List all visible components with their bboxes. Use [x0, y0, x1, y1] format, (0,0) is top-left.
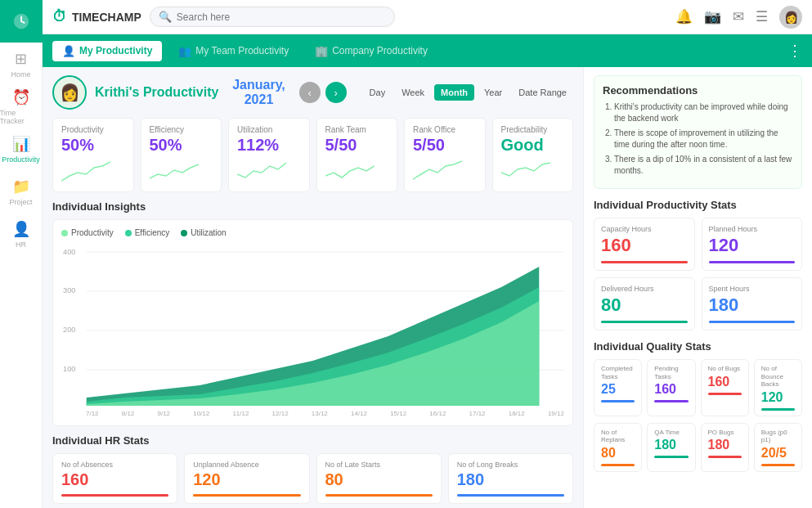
- sidebar-item-project[interactable]: 📁 Project: [0, 170, 43, 213]
- sidebar-item-time-tracker[interactable]: ⏰ Time Tracker: [0, 85, 43, 128]
- hr-unplanned-label: Unplanned Absence: [193, 461, 300, 469]
- svg-text:200: 200: [63, 326, 75, 334]
- productivity-icon: 📊: [12, 135, 30, 153]
- stat-productivity-label: Productivity: [61, 125, 125, 134]
- quality-bugs: No of Bugs 160: [701, 359, 749, 416]
- quality-po-bugs-value: 180: [708, 438, 742, 452]
- tab-team-productivity[interactable]: 👥 My Team Productivity: [168, 41, 298, 61]
- svg-text:300: 300: [63, 286, 75, 294]
- sidebar-item-home[interactable]: ⊞ Home: [0, 43, 43, 85]
- productivity-sparkline: [61, 158, 110, 182]
- hr-long-breaks-label: No of Long Breaks: [457, 461, 564, 469]
- quality-completed-bar: [601, 400, 635, 402]
- tab-team-productivity-icon: 👥: [178, 45, 191, 57]
- camera-icon[interactable]: 📷: [704, 8, 721, 25]
- prod-stat-planned: Planned Hours 120: [702, 218, 803, 271]
- legend-productivity-dot: [61, 230, 68, 236]
- stat-utilization: Utilization 112%: [228, 118, 310, 192]
- stat-efficiency-label: Efficiency: [150, 125, 213, 134]
- avatar[interactable]: 👩: [779, 6, 802, 29]
- legend-utilization-dot: [181, 230, 187, 236]
- hr-late-starts-bar: [325, 494, 433, 497]
- home-icon: ⊞: [15, 50, 27, 68]
- quality-completed-value: 25: [601, 382, 635, 397]
- search-icon: 🔍: [159, 11, 172, 23]
- quality-bugs-label: No of Bugs: [708, 365, 742, 373]
- hr-stat-long-breaks: No of Long Breaks 180: [448, 453, 573, 504]
- profile-name: Krithi's Productivity: [95, 85, 218, 100]
- stat-rank-office-label: Rank Office: [413, 125, 477, 134]
- notification-icon[interactable]: 🔔: [675, 8, 693, 25]
- date-tab-week[interactable]: Week: [395, 84, 431, 101]
- next-month-button[interactable]: ›: [325, 82, 347, 103]
- sidebar-label-productivity: Productivity: [2, 155, 40, 164]
- tab-company-productivity-icon: 🏢: [315, 45, 328, 57]
- search-input[interactable]: [177, 11, 386, 23]
- quality-replans-label: No of Replans: [601, 429, 635, 444]
- x-axis-labels: 7/128/129/1210/12 11/1212/1213/1214/12 1…: [61, 408, 564, 417]
- hr-absences-value: 160: [61, 470, 168, 489]
- search-box[interactable]: 🔍: [150, 7, 395, 27]
- prod-stats-title: Individual Productivity Stats: [594, 199, 802, 211]
- sidebar-item-hr[interactable]: 👤 HR: [0, 213, 43, 255]
- hr-long-breaks-bar: [457, 494, 564, 497]
- hr-absences-bar: [61, 494, 168, 497]
- quality-po-bugs-label: PO Bugs: [708, 429, 742, 437]
- hr-long-breaks-value: 180: [457, 470, 564, 489]
- svg-text:100: 100: [63, 365, 75, 373]
- efficiency-sparkline: [150, 158, 199, 182]
- insights-chart: Productivity Efficiency Utilization 400 …: [52, 219, 573, 426]
- stat-rank-team: Rank Team 5/50: [316, 118, 398, 192]
- tabbar-more-icon[interactable]: ⋮: [787, 42, 802, 60]
- chart-legend: Productivity Efficiency Utilization: [61, 228, 564, 237]
- tab-my-productivity[interactable]: 👤 My Productivity: [52, 41, 162, 61]
- hr-stats-title: Individual HR Stats: [52, 434, 573, 447]
- quality-bugs-p0-label: Bugs (p0 p1): [761, 429, 795, 444]
- sidebar-label-project: Project: [9, 198, 32, 206]
- prod-spent-label: Spent Hours: [709, 285, 796, 293]
- mail-icon[interactable]: ✉: [733, 8, 744, 25]
- topbar: ⏱ TIMECHAMP 🔍 🔔 📷 ✉ ☰ 👩: [43, 0, 812, 34]
- tabbar: 👤 My Productivity 👥 My Team Productivity…: [43, 34, 812, 67]
- sidebar-label-hr: HR: [16, 241, 26, 249]
- date-tab-range[interactable]: Date Range: [512, 84, 573, 101]
- stat-utilization-value: 112%: [237, 136, 301, 155]
- hr-stats-row1: No of Absences 160 Unplanned Absence 120…: [52, 453, 573, 504]
- tab-my-productivity-icon: 👤: [62, 45, 75, 57]
- prod-capacity-label: Capacity Hours: [601, 225, 688, 233]
- prod-spent-value: 180: [709, 294, 796, 316]
- quality-qa-value: 180: [654, 438, 688, 452]
- quality-replans: No of Replans 80: [594, 423, 642, 472]
- menu-icon[interactable]: ☰: [756, 8, 768, 25]
- prod-planned-label: Planned Hours: [709, 225, 796, 233]
- quality-bugs-value: 160: [708, 375, 742, 389]
- prod-capacity-value: 160: [601, 235, 688, 256]
- date-tab-day[interactable]: Day: [363, 84, 393, 101]
- stat-rank-office: Rank Office 5/50: [404, 118, 486, 192]
- date-tab-year[interactable]: Year: [478, 84, 509, 101]
- profile-header: 👩 Krithi's Productivity January, 2021 ‹ …: [52, 75, 573, 110]
- quality-pending-bar: [654, 400, 688, 402]
- quality-grid-row1: Completed Tasks 25 Pending Tasks 160 No …: [594, 359, 802, 416]
- svg-text:400: 400: [63, 248, 75, 256]
- brand: ⏱ TIMECHAMP: [52, 8, 141, 25]
- profile-month: January, 2021: [227, 78, 290, 107]
- prod-planned-bar: [709, 261, 796, 263]
- prod-stat-delivered: Delivered Hours 80: [594, 277, 695, 330]
- legend-efficiency: Efficiency: [125, 228, 170, 237]
- stat-efficiency-value: 50%: [150, 136, 213, 155]
- hr-late-starts-value: 80: [325, 470, 433, 489]
- hr-stat-unplanned: Unplanned Absence 120: [184, 453, 309, 504]
- date-tab-month[interactable]: Month: [434, 84, 474, 101]
- quality-pending: Pending Tasks 160: [647, 359, 695, 416]
- topbar-icons: 🔔 📷 ✉ ☰ 👩: [675, 6, 802, 29]
- prod-delivered-label: Delivered Hours: [601, 285, 688, 293]
- prev-month-button[interactable]: ‹: [299, 82, 321, 103]
- quality-bugs-p0: Bugs (p0 p1) 20/5: [754, 423, 802, 472]
- prod-stat-capacity: Capacity Hours 160: [594, 218, 695, 271]
- rank-team-sparkline: [325, 158, 375, 182]
- sidebar-item-productivity[interactable]: 📊 Productivity: [0, 128, 43, 170]
- tab-company-productivity-label: Company Productivity: [332, 45, 428, 56]
- tab-company-productivity[interactable]: 🏢 Company Productivity: [305, 41, 437, 61]
- rec-item-3: There is a dip of 10% in a consistent of…: [614, 154, 793, 177]
